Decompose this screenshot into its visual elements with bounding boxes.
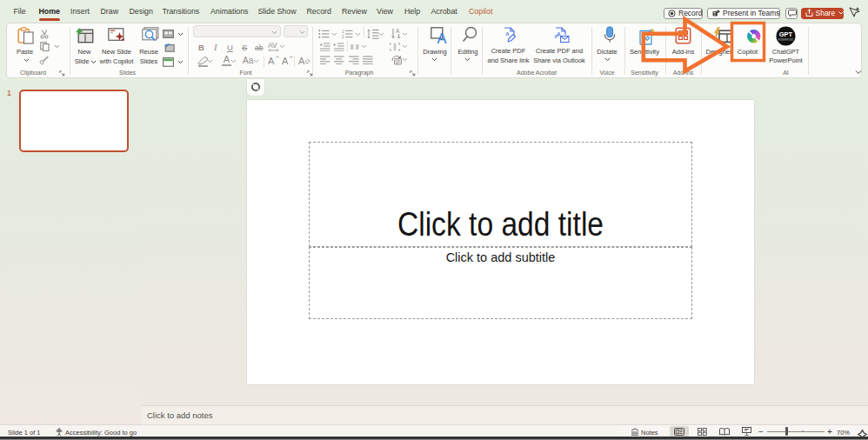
svg-text:A: A (437, 30, 446, 44)
svg-text:1: 1 (342, 30, 344, 34)
svg-text:A: A (298, 56, 305, 66)
svg-text:GPT: GPT (779, 30, 793, 38)
svg-text:A: A (282, 56, 289, 66)
svg-text:T: T (713, 11, 716, 16)
svg-text:A: A (268, 56, 275, 66)
svg-text:2: 2 (342, 35, 344, 38)
svg-text:A: A (505, 31, 510, 37)
svg-text:A: A (396, 28, 400, 34)
svg-text:POWERPOINT: POWERPOINT (778, 38, 794, 42)
svg-text:A: A (557, 31, 561, 37)
svg-text:AV: AV (268, 42, 277, 50)
